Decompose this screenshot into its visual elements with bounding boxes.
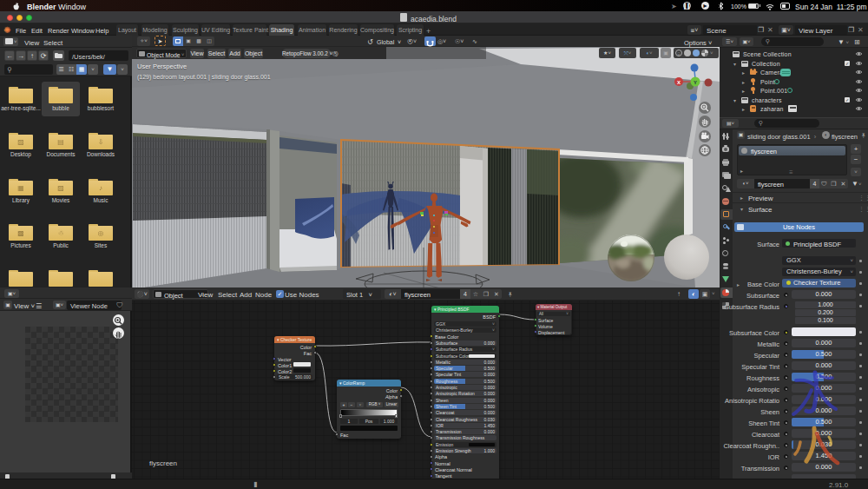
svg-text:X: X — [677, 80, 681, 85]
svg-text:Y: Y — [694, 80, 697, 85]
